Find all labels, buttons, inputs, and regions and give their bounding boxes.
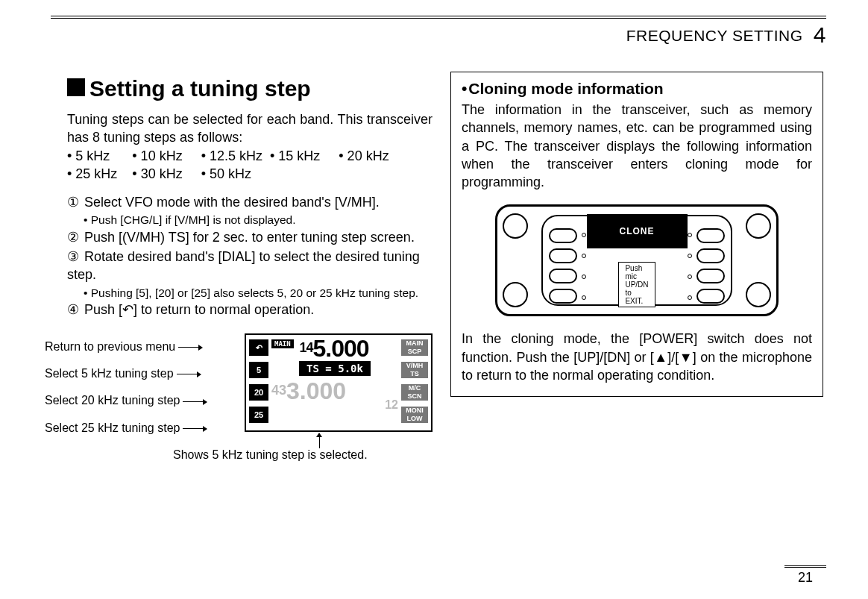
step-4-num: ④ [67, 301, 81, 319]
lcd-btn-vmh-ts: V/MHTS [401, 362, 428, 378]
step-2-num: ② [67, 228, 81, 246]
cloning-paragraph-1: The information in the transceiver, such… [462, 101, 812, 191]
arrow-icon [177, 374, 201, 374]
cloning-title: •Cloning mode information [462, 80, 812, 98]
arrow-icon [178, 347, 202, 348]
caption-arrow-icon [319, 433, 320, 448]
diagram-label-return: Return to previous menu [45, 338, 207, 355]
section-title: Setting a tuning step [67, 76, 433, 101]
main-badge: MAIN [271, 339, 294, 348]
led-dot-icon [688, 295, 692, 300]
side-button-icon [549, 269, 577, 283]
tuning-steps-row-2: • 25 kHz • 30 kHz • 50 kHz [67, 165, 433, 183]
radio-face-diagram: CLONE Push mic UP/DN to EXIT. [495, 204, 779, 316]
lcd-btn-mc-scn: M/CSCN [401, 384, 428, 401]
page-number: 21 [784, 567, 826, 586]
page-number-rule [784, 565, 826, 566]
led-dot-icon [582, 254, 586, 258]
side-button-icon [696, 248, 725, 263]
intro-paragraph: Tuning steps can be selected for each ba… [67, 110, 433, 147]
step-1-num: ① [67, 193, 81, 211]
section-title-text: Setting a tuning step [89, 76, 311, 101]
lcd-freq-sub: 433.000 12 [271, 380, 398, 408]
header-chapter-number: 4 [814, 22, 826, 47]
led-dot-icon [688, 254, 692, 258]
tuning-steps-row-1: • 5 kHz • 10 kHz • 12.5 kHz • 15 kHz • 2… [67, 147, 433, 165]
step-3: ③ Rotate desired band's [DIAL] to select… [67, 248, 433, 284]
arrow-icon [183, 401, 207, 402]
led-dot-icon [582, 233, 586, 237]
section-square-icon [67, 78, 85, 96]
side-button-icon [549, 289, 577, 304]
step-2-text: Push [(V/MH) TS] for 2 sec. to enter tun… [84, 230, 415, 245]
side-button-icon [549, 248, 577, 263]
header-section: FREQUENCY SETTING 4 [626, 22, 826, 48]
lcd-screen: ↶ 5 20 25 MAINSCP V/MHTS M/CSCN MONILOW … [245, 333, 433, 432]
lcd-btn-20: 20 [249, 384, 268, 401]
lcd-btn-5: 5 [249, 362, 268, 378]
mic-instruction-label: Push mic UP/DN to EXIT. [618, 262, 655, 307]
led-dot-icon [688, 275, 692, 279]
lcd-diagram: Return to previous menu Select 5 kHz tun… [67, 338, 433, 487]
clone-screen-label: CLONE [587, 214, 688, 248]
arrow-icon [183, 428, 207, 429]
step-4-text: Push [↶] to return to normal operation. [84, 302, 314, 317]
side-button-icon [696, 289, 725, 304]
step-4: ④ Push [↶] to return to normal operation… [67, 301, 433, 319]
lcd-btn-25: 25 [249, 407, 268, 423]
step-3-num: ③ [67, 248, 81, 266]
step-2: ② Push [(V/MH) TS] for 2 sec. to enter t… [67, 228, 433, 246]
cloning-paragraph-2: In the cloning mode, the [POWER] switch … [462, 330, 812, 384]
diagram-label-20khz: Select 20 kHz tuning step [45, 392, 207, 409]
cloning-info-box: •Cloning mode information The informatio… [450, 72, 823, 397]
diagram-label-5khz: Select 5 kHz tuning step [45, 365, 207, 382]
step-3-text: Rotate desired band's [DIAL] to select t… [67, 249, 420, 282]
led-dot-icon [582, 295, 586, 300]
led-dot-icon [582, 275, 586, 279]
lcd-freq-main: MAIN 145.000 [271, 338, 398, 360]
led-dot-icon [688, 233, 692, 237]
header-rule [51, 16, 826, 20]
header-section-text: FREQUENCY SETTING [626, 27, 803, 44]
step-1-text: Select VFO mode with the desired band's … [84, 195, 380, 210]
side-button-icon [549, 228, 577, 243]
step-1: ① Select VFO mode with the desired band'… [67, 193, 433, 211]
lcd-btn-moni-low: MONILOW [401, 407, 428, 423]
diagram-label-25khz: Select 25 kHz tuning step [45, 419, 207, 436]
diagram-caption: Shows 5 kHz tuning step is selected. [173, 448, 368, 462]
lcd-btn-main-scp: MAINSCP [401, 339, 428, 356]
step-3-note: • Pushing [5], [20] or [25] also selects… [84, 286, 433, 301]
step-1-note: • Push [CHG/L] if [V/MH] is not displaye… [84, 213, 433, 228]
side-button-icon [696, 269, 725, 283]
lcd-btn-return: ↶ [249, 339, 268, 356]
side-button-icon [696, 228, 725, 243]
lcd-ts-indicator: TS = 5.0k [299, 361, 371, 376]
